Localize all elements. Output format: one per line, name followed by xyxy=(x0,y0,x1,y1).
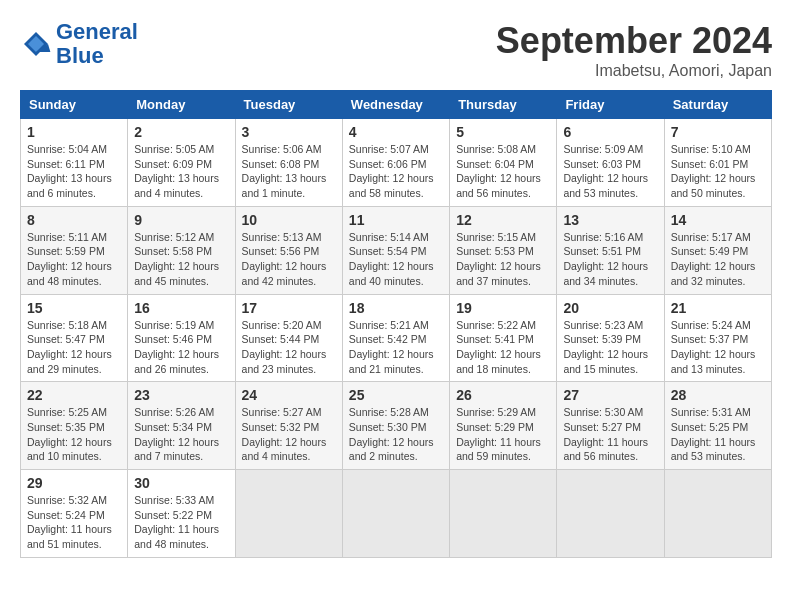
table-row: 1Sunrise: 5:04 AMSunset: 6:11 PMDaylight… xyxy=(21,119,128,207)
day-number: 18 xyxy=(349,300,443,316)
day-number: 13 xyxy=(563,212,657,228)
day-info: Sunrise: 5:06 AMSunset: 6:08 PMDaylight:… xyxy=(242,142,336,201)
col-monday: Monday xyxy=(128,91,235,119)
day-info: Sunrise: 5:25 AMSunset: 5:35 PMDaylight:… xyxy=(27,405,121,464)
day-info: Sunrise: 5:13 AMSunset: 5:56 PMDaylight:… xyxy=(242,230,336,289)
table-row: 15Sunrise: 5:18 AMSunset: 5:47 PMDayligh… xyxy=(21,294,128,382)
calendar-table: Sunday Monday Tuesday Wednesday Thursday… xyxy=(20,90,772,558)
col-friday: Friday xyxy=(557,91,664,119)
day-info: Sunrise: 5:31 AMSunset: 5:25 PMDaylight:… xyxy=(671,405,765,464)
day-number: 29 xyxy=(27,475,121,491)
calendar-header-row: Sunday Monday Tuesday Wednesday Thursday… xyxy=(21,91,772,119)
table-row: 26Sunrise: 5:29 AMSunset: 5:29 PMDayligh… xyxy=(450,382,557,470)
day-number: 9 xyxy=(134,212,228,228)
table-row xyxy=(342,470,449,558)
col-tuesday: Tuesday xyxy=(235,91,342,119)
day-info: Sunrise: 5:10 AMSunset: 6:01 PMDaylight:… xyxy=(671,142,765,201)
table-row: 3Sunrise: 5:06 AMSunset: 6:08 PMDaylight… xyxy=(235,119,342,207)
day-number: 17 xyxy=(242,300,336,316)
table-row: 20Sunrise: 5:23 AMSunset: 5:39 PMDayligh… xyxy=(557,294,664,382)
day-number: 5 xyxy=(456,124,550,140)
day-info: Sunrise: 5:30 AMSunset: 5:27 PMDaylight:… xyxy=(563,405,657,464)
logo-line2: Blue xyxy=(56,43,104,68)
table-row: 10Sunrise: 5:13 AMSunset: 5:56 PMDayligh… xyxy=(235,206,342,294)
day-number: 27 xyxy=(563,387,657,403)
table-row: 21Sunrise: 5:24 AMSunset: 5:37 PMDayligh… xyxy=(664,294,771,382)
page-header: General Blue September 2024 Imabetsu, Ao… xyxy=(20,20,772,80)
day-number: 19 xyxy=(456,300,550,316)
col-wednesday: Wednesday xyxy=(342,91,449,119)
day-info: Sunrise: 5:26 AMSunset: 5:34 PMDaylight:… xyxy=(134,405,228,464)
title-area: September 2024 Imabetsu, Aomori, Japan xyxy=(496,20,772,80)
day-number: 20 xyxy=(563,300,657,316)
day-info: Sunrise: 5:29 AMSunset: 5:29 PMDaylight:… xyxy=(456,405,550,464)
day-info: Sunrise: 5:17 AMSunset: 5:49 PMDaylight:… xyxy=(671,230,765,289)
table-row: 14Sunrise: 5:17 AMSunset: 5:49 PMDayligh… xyxy=(664,206,771,294)
table-row: 16Sunrise: 5:19 AMSunset: 5:46 PMDayligh… xyxy=(128,294,235,382)
day-info: Sunrise: 5:33 AMSunset: 5:22 PMDaylight:… xyxy=(134,493,228,552)
table-row xyxy=(664,470,771,558)
calendar-week-1: 1Sunrise: 5:04 AMSunset: 6:11 PMDaylight… xyxy=(21,119,772,207)
day-number: 10 xyxy=(242,212,336,228)
table-row: 24Sunrise: 5:27 AMSunset: 5:32 PMDayligh… xyxy=(235,382,342,470)
calendar-week-2: 8Sunrise: 5:11 AMSunset: 5:59 PMDaylight… xyxy=(21,206,772,294)
day-info: Sunrise: 5:15 AMSunset: 5:53 PMDaylight:… xyxy=(456,230,550,289)
table-row: 23Sunrise: 5:26 AMSunset: 5:34 PMDayligh… xyxy=(128,382,235,470)
col-sunday: Sunday xyxy=(21,91,128,119)
table-row: 6Sunrise: 5:09 AMSunset: 6:03 PMDaylight… xyxy=(557,119,664,207)
day-info: Sunrise: 5:32 AMSunset: 5:24 PMDaylight:… xyxy=(27,493,121,552)
day-number: 6 xyxy=(563,124,657,140)
day-info: Sunrise: 5:28 AMSunset: 5:30 PMDaylight:… xyxy=(349,405,443,464)
logo-line1: General xyxy=(56,19,138,44)
table-row: 5Sunrise: 5:08 AMSunset: 6:04 PMDaylight… xyxy=(450,119,557,207)
table-row: 19Sunrise: 5:22 AMSunset: 5:41 PMDayligh… xyxy=(450,294,557,382)
calendar-week-4: 22Sunrise: 5:25 AMSunset: 5:35 PMDayligh… xyxy=(21,382,772,470)
day-number: 26 xyxy=(456,387,550,403)
col-saturday: Saturday xyxy=(664,91,771,119)
day-number: 7 xyxy=(671,124,765,140)
table-row: 17Sunrise: 5:20 AMSunset: 5:44 PMDayligh… xyxy=(235,294,342,382)
day-number: 15 xyxy=(27,300,121,316)
day-info: Sunrise: 5:14 AMSunset: 5:54 PMDaylight:… xyxy=(349,230,443,289)
table-row: 8Sunrise: 5:11 AMSunset: 5:59 PMDaylight… xyxy=(21,206,128,294)
day-info: Sunrise: 5:11 AMSunset: 5:59 PMDaylight:… xyxy=(27,230,121,289)
day-number: 21 xyxy=(671,300,765,316)
day-number: 4 xyxy=(349,124,443,140)
logo: General Blue xyxy=(20,20,138,68)
day-info: Sunrise: 5:22 AMSunset: 5:41 PMDaylight:… xyxy=(456,318,550,377)
table-row xyxy=(557,470,664,558)
day-info: Sunrise: 5:04 AMSunset: 6:11 PMDaylight:… xyxy=(27,142,121,201)
calendar-week-3: 15Sunrise: 5:18 AMSunset: 5:47 PMDayligh… xyxy=(21,294,772,382)
day-info: Sunrise: 5:19 AMSunset: 5:46 PMDaylight:… xyxy=(134,318,228,377)
day-number: 22 xyxy=(27,387,121,403)
table-row: 28Sunrise: 5:31 AMSunset: 5:25 PMDayligh… xyxy=(664,382,771,470)
day-number: 11 xyxy=(349,212,443,228)
table-row: 18Sunrise: 5:21 AMSunset: 5:42 PMDayligh… xyxy=(342,294,449,382)
table-row: 29Sunrise: 5:32 AMSunset: 5:24 PMDayligh… xyxy=(21,470,128,558)
day-info: Sunrise: 5:05 AMSunset: 6:09 PMDaylight:… xyxy=(134,142,228,201)
table-row: 9Sunrise: 5:12 AMSunset: 5:58 PMDaylight… xyxy=(128,206,235,294)
location-subtitle: Imabetsu, Aomori, Japan xyxy=(496,62,772,80)
day-info: Sunrise: 5:12 AMSunset: 5:58 PMDaylight:… xyxy=(134,230,228,289)
day-info: Sunrise: 5:24 AMSunset: 5:37 PMDaylight:… xyxy=(671,318,765,377)
day-info: Sunrise: 5:08 AMSunset: 6:04 PMDaylight:… xyxy=(456,142,550,201)
day-number: 30 xyxy=(134,475,228,491)
day-number: 23 xyxy=(134,387,228,403)
day-info: Sunrise: 5:20 AMSunset: 5:44 PMDaylight:… xyxy=(242,318,336,377)
calendar-week-5: 29Sunrise: 5:32 AMSunset: 5:24 PMDayligh… xyxy=(21,470,772,558)
day-number: 28 xyxy=(671,387,765,403)
day-number: 3 xyxy=(242,124,336,140)
table-row: 4Sunrise: 5:07 AMSunset: 6:06 PMDaylight… xyxy=(342,119,449,207)
day-number: 25 xyxy=(349,387,443,403)
table-row xyxy=(235,470,342,558)
day-number: 16 xyxy=(134,300,228,316)
table-row: 12Sunrise: 5:15 AMSunset: 5:53 PMDayligh… xyxy=(450,206,557,294)
day-info: Sunrise: 5:09 AMSunset: 6:03 PMDaylight:… xyxy=(563,142,657,201)
logo-icon xyxy=(20,28,52,60)
day-number: 24 xyxy=(242,387,336,403)
table-row: 13Sunrise: 5:16 AMSunset: 5:51 PMDayligh… xyxy=(557,206,664,294)
day-number: 2 xyxy=(134,124,228,140)
day-number: 14 xyxy=(671,212,765,228)
day-info: Sunrise: 5:23 AMSunset: 5:39 PMDaylight:… xyxy=(563,318,657,377)
table-row: 2Sunrise: 5:05 AMSunset: 6:09 PMDaylight… xyxy=(128,119,235,207)
